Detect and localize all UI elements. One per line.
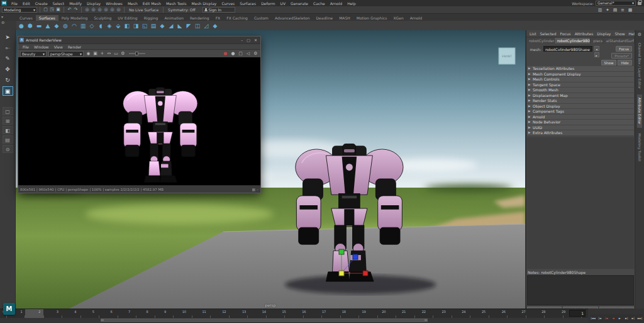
shelf-icon-intersect-surfaces[interactable]: ◤: [185, 22, 192, 30]
icon-region-render-icon[interactable]: ▭: [113, 51, 119, 57]
shelf-icon-boundary[interactable]: ⬙: [114, 22, 122, 30]
renderview-menu-file[interactable]: File: [20, 45, 31, 49]
icon-history-back[interactable]: ◂: [594, 46, 599, 51]
renderview-menu-view[interactable]: View: [52, 45, 65, 49]
shelf-tab-fx-caching[interactable]: FX Caching: [223, 15, 251, 21]
statusbar-corner-icons[interactable]: ▦ –: [252, 187, 258, 191]
icon-snap-to-view-plane[interactable]: ◎: [109, 7, 115, 13]
icon-modeling-toolkit-toggle[interactable]: ▥: [597, 7, 603, 13]
shelf-tab-motion-graphics[interactable]: Motion Graphics: [353, 15, 391, 21]
renderview-menu-render[interactable]: Render: [65, 45, 84, 49]
focus-button[interactable]: Focus: [616, 46, 632, 52]
shelf-icon-nurbs-torus[interactable]: ◍: [62, 22, 69, 30]
shelf-icon-nurbs-sphere[interactable]: ●: [18, 22, 25, 30]
no-live-surface-button[interactable]: No Live Surface: [127, 8, 160, 12]
shelf-icon-untrim[interactable]: ◣: [176, 22, 184, 30]
ae-menu-attributes[interactable]: Attributes: [573, 31, 596, 36]
renderview-titlebar[interactable]: A Arnold RenderView –▢✕: [18, 37, 260, 43]
menu-windows[interactable]: Windows: [103, 1, 125, 6]
icon-paint-select-tool[interactable]: ✎: [3, 54, 13, 64]
icon-snap-to-projected-center[interactable]: ◎: [103, 7, 109, 13]
icon-save-image-icon[interactable]: ▣: [92, 51, 98, 57]
shelf-icon-insert-isoparms[interactable]: ▤: [150, 22, 157, 30]
shelf-tab-advancedskeleton[interactable]: AdvancedSkeleton: [272, 15, 313, 21]
ae-menu-list[interactable]: List: [528, 31, 538, 36]
icon-redo[interactable]: ↷: [73, 7, 79, 13]
ae-section-mesh-controls[interactable]: Mesh Controls: [527, 77, 634, 82]
menu-help[interactable]: Help: [345, 1, 358, 6]
icon-select-tool[interactable]: ➤: [3, 33, 13, 42]
menu-display[interactable]: Display: [84, 1, 103, 6]
shelf-tab-poly-modeling[interactable]: Poly Modeling: [58, 15, 91, 21]
shelf-tab-animation[interactable]: Animation: [161, 15, 187, 21]
icon-one-to-one-icon[interactable]: ↔: [106, 51, 112, 57]
range-slider-bar[interactable]: [101, 319, 428, 322]
menu-modify[interactable]: Modify: [67, 1, 84, 6]
menu-edit[interactable]: Edit: [20, 1, 33, 6]
ae-section-node-behavior[interactable]: Node Behavior: [527, 120, 634, 125]
menu-set-select[interactable]: Modeling▾: [2, 7, 37, 13]
menu-surfaces[interactable]: Surfaces: [237, 1, 258, 6]
window-control-maximize-window[interactable]: ▢: [247, 38, 250, 42]
shelf-tab-xgen[interactable]: XGen: [390, 15, 406, 21]
icon-lasso-select-tool[interactable]: ⟜: [3, 43, 13, 53]
menu-generate[interactable]: Generate: [288, 1, 311, 6]
shelf-tab-mash[interactable]: MASH: [336, 15, 353, 21]
icon-previous-snapshot-icon[interactable]: ◁: [245, 51, 251, 57]
icon-persp-outliner-layout[interactable]: ◧: [3, 126, 13, 134]
icon-attribute-editor-toggle[interactable]: ▤: [612, 7, 618, 13]
icon-new-scene[interactable]: ▢: [43, 7, 48, 13]
shelf-icon-loft[interactable]: ▥: [79, 22, 87, 30]
workspace-select[interactable]: General*▾: [596, 1, 636, 6]
shelf-tab-custom[interactable]: Custom: [251, 15, 272, 21]
gear-icon[interactable]: ⚙: [638, 32, 641, 37]
icon-shelf-menu[interactable]: ▾: [1, 14, 14, 19]
shelf-icon-open-close-surfaces[interactable]: ◱: [141, 22, 148, 30]
presets-button[interactable]: Presets*: [611, 53, 632, 59]
menu-edit-mesh[interactable]: Edit Mesh: [140, 1, 164, 6]
menu-create[interactable]: Create: [33, 1, 50, 6]
playback-step-forward-key[interactable]: ►|: [623, 315, 630, 322]
icon-rotate-tool[interactable]: ↻: [3, 76, 13, 85]
sidebar-tab-attribute-editor[interactable]: Attribute Editor: [637, 94, 642, 127]
shelf-tab-surfaces[interactable]: Surfaces: [36, 15, 58, 21]
menu-file[interactable]: File: [9, 1, 20, 6]
current-frame-field[interactable]: 1: [569, 310, 586, 317]
shelf-icon-surface-fillet[interactable]: ◿: [203, 22, 210, 30]
ae-section-extra-attributes[interactable]: Extra Attributes: [527, 130, 634, 135]
exposure-slider[interactable]: [129, 53, 145, 54]
aov-select[interactable]: Beauty▾: [20, 51, 47, 57]
symmetry-select[interactable]: Symmetry: Off: [166, 8, 197, 12]
shelf-icon-nurbs-cube[interactable]: ⬢: [26, 22, 34, 30]
ae-section-arnold[interactable]: Arnold: [527, 115, 634, 120]
menu-deform[interactable]: Deform: [258, 1, 277, 6]
ae-menu-focus[interactable]: Focus: [558, 31, 573, 36]
icon-zoom-tool[interactable]: ⊙: [3, 145, 13, 153]
range-slider[interactable]: [0, 318, 588, 323]
shelf-tab-uv-editing[interactable]: UV Editing: [114, 15, 140, 21]
icon-shelf-gear[interactable]: ⚙: [1, 20, 14, 25]
workspace-lock-icon[interactable]: [638, 2, 641, 5]
menu-uv[interactable]: UV: [278, 1, 289, 6]
playback-play-backwards[interactable]: ◄: [610, 315, 616, 322]
menu-arnold[interactable]: Arnold: [328, 1, 345, 6]
shelf-icon-extrude[interactable]: ◖: [97, 22, 104, 30]
icon-renderview-settings-icon[interactable]: ⚙: [253, 51, 258, 57]
ae-section-object-display[interactable]: Object Display: [527, 104, 634, 109]
shelf-tab-rendering[interactable]: Rendering: [187, 15, 213, 21]
icon-channel-box-toggle[interactable]: ▦: [627, 7, 633, 13]
ae-section-component-tags[interactable]: Component Tags: [527, 109, 634, 114]
shelf-icon-detach-surfaces[interactable]: ◨: [132, 22, 140, 30]
ae-menu-display[interactable]: Display: [595, 31, 613, 36]
renderview-menu-window[interactable]: Window: [31, 45, 52, 49]
sidebar-tab-channel-box-layer-editor[interactable]: Channel Box / Layer Editor: [637, 40, 642, 92]
shelf-icon-extend-surfaces[interactable]: ◫: [194, 22, 201, 30]
ae-tab-robotcylinder980shape[interactable]: robotCylinder980Shape: [555, 38, 591, 43]
icon-make-live[interactable]: ◎: [116, 7, 121, 13]
ae-tab-robotcylinder980[interactable]: robotCylinder980: [526, 38, 554, 43]
window-control-close-window[interactable]: ✕: [254, 38, 257, 42]
icon-history-forward[interactable]: ▸: [594, 52, 599, 57]
shelf-icon-planar[interactable]: ◇: [88, 22, 96, 30]
playback-play-forwards[interactable]: ►: [617, 315, 623, 322]
sidebar-tab-modeling-toolkit[interactable]: Modeling Toolkit: [637, 130, 642, 164]
